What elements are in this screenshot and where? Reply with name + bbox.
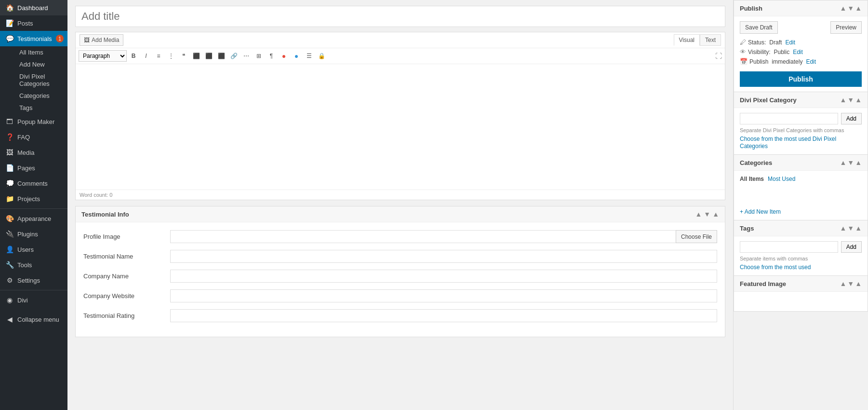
projects-icon: 📁 xyxy=(6,195,13,203)
profile-image-row: Profile Image Choose File xyxy=(83,230,717,243)
sidebar-item-media[interactable]: 🖼 Media xyxy=(0,145,67,160)
publish-time-edit-link[interactable]: Edit xyxy=(806,58,816,65)
more-button[interactable]: ⋯ xyxy=(240,50,252,62)
link-button[interactable]: 🔗 xyxy=(228,50,240,62)
media-icon: 🖼 xyxy=(6,149,13,156)
company-website-input[interactable] xyxy=(170,289,717,302)
align-center-button[interactable]: ⬛ xyxy=(203,50,214,62)
visibility-edit-link[interactable]: Edit xyxy=(793,49,803,55)
tags-box-header[interactable]: Tags ▲ ▼ ▲ xyxy=(734,220,868,236)
divi-pixel-category-header[interactable]: Divi Pixel Category ▲ ▼ ▲ xyxy=(734,92,868,108)
sidebar-item-label: Users xyxy=(17,246,34,253)
sidebar-item-pages[interactable]: 📄 Pages xyxy=(0,160,67,176)
publish-button[interactable]: Publish xyxy=(740,71,862,87)
categories-box-header[interactable]: Categories ▲ ▼ ▲ xyxy=(734,155,868,171)
tags-input[interactable] xyxy=(740,241,838,253)
special2-button[interactable]: ● xyxy=(278,50,290,62)
tab-text[interactable]: Text xyxy=(700,34,721,46)
testimonials-submenu: All Items Add New Divi Pixel Categories … xyxy=(0,46,67,114)
divi-pixel-close[interactable]: ▲ xyxy=(855,96,862,104)
collapse-menu[interactable]: ◀ Collapse menu xyxy=(0,312,67,327)
cat-tab-most-used[interactable]: Most Used xyxy=(768,176,795,182)
tab-visual[interactable]: Visual xyxy=(674,34,700,46)
publish-close[interactable]: ▲ xyxy=(855,4,862,12)
sidebar-item-label: Appearance xyxy=(17,215,51,222)
featured-image-down[interactable]: ▼ xyxy=(847,280,854,287)
sidebar-item-users[interactable]: 👤 Users xyxy=(0,242,67,257)
sidebar-item-divi[interactable]: ◉ Divi xyxy=(0,292,67,308)
special3-button[interactable]: ● xyxy=(291,50,302,62)
sidebar-item-faq[interactable]: ❓ FAQ xyxy=(0,129,67,145)
special1-button[interactable]: ¶ xyxy=(266,50,277,62)
testimonials-icon: 💬 xyxy=(6,35,13,42)
align-right-button[interactable]: ⬛ xyxy=(215,50,227,62)
sidebar-item-popup-maker[interactable]: 🗔 Popup Maker xyxy=(0,114,67,129)
featured-image-header[interactable]: Featured Image ▲ ▼ ▲ xyxy=(734,276,868,292)
editor-body[interactable] xyxy=(76,64,725,190)
status-edit-link[interactable]: Edit xyxy=(785,39,795,46)
sidebar-item-dashboard[interactable]: 🏠 Dashboard xyxy=(0,0,67,15)
meta-box-collapse-up[interactable]: ▲ xyxy=(695,210,702,218)
publish-box-header[interactable]: Publish ▲ ▼ ▲ xyxy=(734,0,868,16)
categories-close[interactable]: ▲ xyxy=(855,159,862,166)
add-new-item-link[interactable]: + Add New Item xyxy=(740,208,862,215)
special4-button[interactable]: ☰ xyxy=(303,50,315,62)
featured-image-up[interactable]: ▲ xyxy=(840,280,846,287)
meta-box-close[interactable]: ▲ xyxy=(712,210,719,218)
sidebar-item-plugins[interactable]: 🔌 Plugins xyxy=(0,226,67,242)
bold-button[interactable]: B xyxy=(128,50,139,62)
blockquote-button[interactable]: ❝ xyxy=(178,50,189,62)
table-button[interactable]: ⊞ xyxy=(253,50,265,62)
preview-button[interactable]: Preview xyxy=(830,21,862,34)
format-select[interactable]: Paragraph Heading 1 Heading 2 Heading 3 … xyxy=(79,50,127,62)
save-draft-button[interactable]: Save Draft xyxy=(740,21,778,34)
divi-pixel-add-button[interactable]: Add xyxy=(841,113,862,124)
divi-pixel-choose-link[interactable]: Choose from the most used Divi Pixel Cat… xyxy=(740,136,836,150)
tags-up[interactable]: ▲ xyxy=(840,224,846,232)
company-name-input[interactable] xyxy=(170,270,717,283)
divi-pixel-down[interactable]: ▼ xyxy=(847,96,854,104)
unordered-list-button[interactable]: ≡ xyxy=(153,50,164,62)
expand-editor-button[interactable]: ⛶ xyxy=(715,52,722,60)
testimonial-name-row: Testimonial Name xyxy=(83,250,717,263)
choose-file-button[interactable]: Choose File xyxy=(676,230,717,243)
tags-choose-link[interactable]: Choose from the most used xyxy=(740,264,811,271)
sidebar-item-posts[interactable]: 📝 Posts xyxy=(0,15,67,31)
sidebar-item-label: Popup Maker xyxy=(17,118,54,125)
sidebar-item-testimonials[interactable]: 💬 Testimonials 1 xyxy=(0,31,67,46)
divi-pixel-category-input[interactable] xyxy=(740,113,838,124)
sidebar-sub-divi-pixel-categories[interactable]: Divi Pixel Categories xyxy=(13,70,67,90)
meta-box-collapse-down[interactable]: ▼ xyxy=(704,210,710,218)
publish-collapse-down[interactable]: ▼ xyxy=(847,4,854,12)
publish-collapse-up[interactable]: ▲ xyxy=(840,4,846,12)
pages-icon: 📄 xyxy=(6,164,13,172)
sidebar-sub-all-items[interactable]: All Items xyxy=(13,46,67,58)
ordered-list-button[interactable]: ⋮ xyxy=(165,50,177,62)
profile-image-text-input[interactable] xyxy=(170,230,676,243)
testimonial-rating-input[interactable] xyxy=(170,309,717,322)
sidebar-sub-tags[interactable]: Tags xyxy=(13,102,67,114)
tags-close[interactable]: ▲ xyxy=(855,224,862,232)
testimonial-info-header[interactable]: Testimonial Info ▲ ▼ ▲ xyxy=(76,206,725,222)
lock-button[interactable]: 🔒 xyxy=(316,50,327,62)
italic-button[interactable]: I xyxy=(140,50,152,62)
sidebar-sub-add-new[interactable]: Add New xyxy=(13,58,67,70)
featured-image-close[interactable]: ▲ xyxy=(855,280,862,287)
sidebar-item-tools[interactable]: 🔧 Tools xyxy=(0,257,67,273)
post-title-input[interactable] xyxy=(75,6,725,27)
tags-add-button[interactable]: Add xyxy=(841,241,862,253)
sidebar-item-projects[interactable]: 📁 Projects xyxy=(0,191,67,206)
tags-down[interactable]: ▼ xyxy=(847,224,854,232)
sidebar-item-comments[interactable]: 💭 Comments xyxy=(0,176,67,191)
align-left-button[interactable]: ⬛ xyxy=(190,50,202,62)
sidebar-item-appearance[interactable]: 🎨 Appearance xyxy=(0,211,67,226)
add-media-button[interactable]: 🖼 Add Media xyxy=(80,34,123,46)
cat-tab-all-items[interactable]: All Items xyxy=(740,176,764,182)
sidebar-sub-categories[interactable]: Categories xyxy=(13,90,67,102)
divi-pixel-up[interactable]: ▲ xyxy=(840,96,846,104)
categories-down[interactable]: ▼ xyxy=(847,159,854,166)
testimonial-name-input[interactable] xyxy=(170,250,717,263)
categories-up[interactable]: ▲ xyxy=(840,159,846,166)
sidebar-item-settings[interactable]: ⚙ Settings xyxy=(0,273,67,288)
company-name-row: Company Name xyxy=(83,270,717,283)
